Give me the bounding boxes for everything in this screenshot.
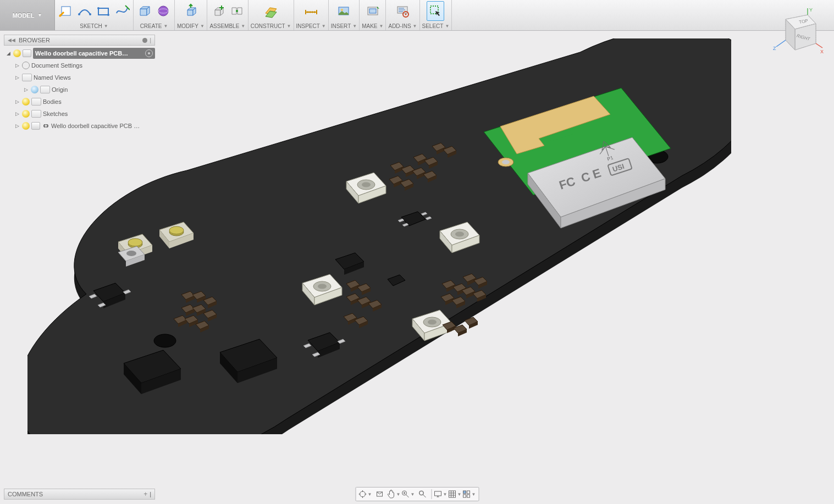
orbit-button[interactable]: ▼ bbox=[358, 488, 372, 500]
rect-button[interactable] bbox=[95, 1, 112, 21]
insert-decal-button[interactable] bbox=[335, 1, 352, 21]
svg-rect-27 bbox=[449, 491, 456, 497]
expand-icon[interactable]: ▷ bbox=[23, 87, 29, 92]
activate-radio-icon[interactable] bbox=[145, 49, 153, 57]
spline-button[interactable] bbox=[113, 1, 131, 21]
axis-x-label: X bbox=[820, 49, 824, 54]
separator bbox=[431, 489, 432, 499]
chevron-down-icon[interactable]: ▼ bbox=[379, 24, 384, 29]
group-label: INSERT bbox=[331, 23, 351, 29]
chevron-down-icon[interactable]: ▼ bbox=[163, 24, 168, 29]
measure-button[interactable] bbox=[302, 1, 320, 21]
svg-point-45 bbox=[126, 251, 136, 256]
expand-icon[interactable]: ▷ bbox=[14, 75, 20, 80]
pan-button[interactable]: ▼ bbox=[386, 488, 401, 500]
zoom-button[interactable]: ▼ bbox=[401, 488, 415, 500]
tree-row-docsettings[interactable]: ▷ Document Settings bbox=[5, 59, 155, 71]
svg-rect-28 bbox=[463, 491, 466, 494]
svg-point-35 bbox=[502, 160, 510, 164]
construct-plane-button[interactable] bbox=[262, 1, 280, 21]
svg-point-42 bbox=[362, 182, 371, 187]
grid-settings-button[interactable]: ▼ bbox=[448, 488, 462, 500]
ribbon-group-insert: INSERT▼ bbox=[329, 0, 360, 30]
svg-point-16 bbox=[405, 14, 407, 15]
tree-label: Document Settings bbox=[31, 62, 82, 69]
svg-point-41 bbox=[357, 180, 375, 190]
chevron-down-icon[interactable]: ▼ bbox=[200, 24, 205, 29]
workspace-switcher[interactable]: MODEL ▼ bbox=[0, 0, 55, 30]
chevron-down-icon: ▼ bbox=[37, 13, 42, 18]
svg-rect-26 bbox=[435, 491, 441, 496]
svg-point-11 bbox=[341, 9, 343, 11]
ribbon-group-select: SELECT▼ bbox=[420, 0, 452, 30]
press-pull-button[interactable] bbox=[182, 1, 200, 21]
svg-point-32 bbox=[646, 150, 668, 163]
tree-row-bodies[interactable]: ▷ Bodies bbox=[5, 96, 155, 108]
visibility-bulb-icon[interactable] bbox=[22, 110, 30, 118]
chevron-down-icon[interactable]: ▼ bbox=[241, 24, 245, 29]
browser-collapse-icon[interactable]: | bbox=[150, 37, 151, 43]
view-cube[interactable]: TOP RIGHT Z X Y bbox=[772, 8, 824, 60]
expand-icon[interactable]: ▷ bbox=[14, 63, 20, 68]
extrude-button[interactable] bbox=[136, 1, 153, 21]
expand-icon[interactable]: ▷ bbox=[14, 123, 20, 129]
tree-row-namedviews[interactable]: ▷ Named Views bbox=[5, 71, 155, 84]
ribbon-group-construct: CONSTRUCT▼ bbox=[248, 0, 294, 30]
chevron-down-icon[interactable]: ▼ bbox=[322, 24, 326, 29]
component-thumb-icon bbox=[31, 122, 40, 130]
svg-point-34 bbox=[498, 158, 513, 167]
make-3dprint-button[interactable] bbox=[364, 1, 382, 21]
chevron-down-icon[interactable]: ▼ bbox=[104, 24, 108, 29]
chevron-down-icon[interactable]: ▼ bbox=[445, 24, 449, 29]
browser-panel-header[interactable]: ◀◀ BROWSER | bbox=[4, 35, 155, 46]
tree-row-origin[interactable]: ▷ Origin bbox=[5, 84, 155, 96]
group-label: MODIFY bbox=[177, 23, 198, 29]
chevron-down-icon[interactable]: ▼ bbox=[287, 24, 291, 29]
select-cursor-button[interactable] bbox=[427, 1, 444, 21]
new-component-button[interactable] bbox=[209, 1, 227, 21]
svg-point-5 bbox=[97, 7, 100, 9]
scripts-button[interactable] bbox=[394, 1, 411, 21]
chevron-left-icon[interactable]: ◀◀ bbox=[8, 37, 15, 43]
visibility-bulb-icon[interactable] bbox=[13, 49, 21, 57]
svg-point-44 bbox=[169, 226, 184, 234]
expand-icon[interactable]: ◢ bbox=[5, 51, 12, 56]
ribbon-group-sketch: SKETCH▼ bbox=[55, 0, 134, 30]
tree-row-sketches[interactable]: ▷ Sketches bbox=[5, 108, 155, 120]
visibility-bulb-icon[interactable] bbox=[22, 122, 30, 130]
browser-title: BROWSER bbox=[19, 37, 50, 43]
svg-point-9 bbox=[236, 10, 238, 12]
expand-icon[interactable]: ▷ bbox=[14, 111, 20, 117]
tree-row-linked-component[interactable]: ▷ Wello doorbell capacitive PCB … bbox=[5, 120, 155, 132]
visibility-bulb-icon[interactable] bbox=[22, 98, 30, 106]
sketch-plane-button[interactable] bbox=[57, 1, 75, 21]
fit-button[interactable] bbox=[415, 488, 429, 500]
ribbon-group-addins: ADD-INS▼ bbox=[386, 0, 419, 30]
group-label: SKETCH bbox=[80, 23, 102, 29]
look-at-button[interactable] bbox=[372, 488, 386, 500]
svg-text:C E: C E bbox=[579, 166, 603, 185]
line-button[interactable] bbox=[76, 1, 93, 21]
chevron-down-icon[interactable]: ▼ bbox=[352, 24, 357, 29]
comments-panel-header[interactable]: COMMENTS + | bbox=[4, 489, 155, 500]
tree-label: Sketches bbox=[43, 110, 68, 117]
svg-rect-25 bbox=[419, 491, 423, 495]
group-label: MAKE bbox=[362, 23, 377, 29]
add-comment-icon[interactable]: + bbox=[143, 490, 147, 498]
link-icon bbox=[42, 122, 49, 130]
svg-text:P1: P1 bbox=[606, 155, 614, 162]
tree-root-label: Wello doorbell capacitive PCB… bbox=[35, 50, 128, 57]
viewports-button[interactable]: ▼ bbox=[462, 488, 476, 500]
revolve-button[interactable] bbox=[154, 1, 172, 21]
svg-point-7 bbox=[158, 6, 168, 16]
expand-icon[interactable]: ▷ bbox=[14, 99, 20, 104]
chevron-down-icon[interactable]: ▼ bbox=[413, 24, 417, 29]
svg-rect-29 bbox=[467, 491, 470, 494]
display-settings-button[interactable]: ▼ bbox=[433, 488, 448, 500]
tree-root-row[interactable]: ◢ Wello doorbell capacitive PCB… bbox=[5, 47, 155, 59]
joint-button[interactable] bbox=[228, 1, 246, 21]
visibility-bulb-off-icon[interactable] bbox=[31, 86, 38, 93]
gear-icon bbox=[22, 62, 30, 69]
comments-collapse-icon[interactable]: | bbox=[150, 491, 151, 497]
browser-options-icon[interactable] bbox=[142, 38, 147, 43]
